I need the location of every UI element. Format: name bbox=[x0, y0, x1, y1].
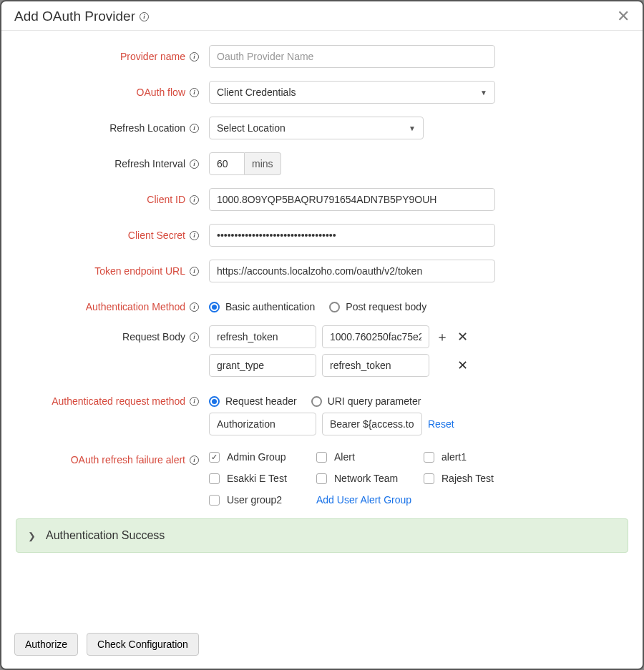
auth-method-post-radio[interactable]: Post request body bbox=[329, 301, 426, 312]
auth-request-header-label: Request header bbox=[225, 395, 297, 407]
request-body-row: ＋ ✕ bbox=[209, 354, 628, 377]
alert-group-checkbox[interactable]: User group2 bbox=[209, 494, 316, 506]
info-icon[interactable]: i bbox=[190, 231, 199, 240]
modal-footer: Authorize Check Configuration bbox=[1, 624, 643, 669]
close-icon[interactable]: ✕ bbox=[617, 9, 630, 24]
request-body-rows: ＋ ✕ ＋ ✕ bbox=[209, 325, 628, 377]
check-configuration-button[interactable]: Check Configuration bbox=[87, 633, 199, 656]
label-refresh-failure-alert: OAuth refresh failure alert bbox=[71, 454, 185, 465]
auth-method-basic-label: Basic authentication bbox=[225, 301, 315, 312]
remove-row-icon[interactable]: ✕ bbox=[455, 329, 469, 345]
alert-group-checkbox[interactable]: Alert bbox=[316, 451, 424, 463]
refresh-location-value: Select Location bbox=[217, 122, 286, 134]
add-user-alert-group-link[interactable]: Add User Alert Group bbox=[316, 494, 411, 506]
radio-icon bbox=[311, 396, 322, 407]
alert-group-label: Network Team bbox=[334, 473, 398, 484]
authentication-success-accordion[interactable]: ❯ Authentication Success bbox=[16, 518, 628, 553]
oauth-flow-select[interactable]: Client Credentials ▼ bbox=[209, 81, 495, 104]
modal-title-text: Add OAuth Provider bbox=[14, 9, 135, 24]
info-icon[interactable]: i bbox=[190, 397, 199, 406]
auth-request-header-radio[interactable]: Request header bbox=[209, 395, 297, 407]
label-client-id: Client ID bbox=[147, 194, 185, 205]
chevron-down-icon: ▼ bbox=[480, 89, 487, 97]
label-request-body: Request Body bbox=[122, 331, 185, 343]
auth-header-key-input[interactable] bbox=[209, 413, 316, 435]
provider-name-input[interactable] bbox=[209, 45, 495, 68]
request-body-key-input[interactable] bbox=[209, 325, 316, 348]
radio-checked-icon bbox=[209, 396, 220, 407]
info-icon[interactable]: i bbox=[190, 455, 199, 465]
request-body-key-input[interactable] bbox=[209, 354, 316, 377]
request-body-value-input[interactable] bbox=[322, 354, 429, 377]
alert-group-checkbox[interactable]: Admin Group bbox=[209, 451, 316, 463]
label-auth-request-method: Authenticated request method bbox=[52, 395, 185, 407]
request-body-value-input[interactable] bbox=[322, 325, 429, 348]
alert-group-label: User group2 bbox=[227, 494, 282, 506]
label-token-endpoint: Token endpoint URL bbox=[94, 265, 185, 277]
alert-group-checkbox[interactable]: alert1 bbox=[424, 451, 531, 463]
alert-group-label: alert1 bbox=[441, 451, 467, 463]
oauth-flow-value: Client Credentials bbox=[217, 87, 296, 98]
checkbox-icon bbox=[424, 473, 434, 484]
radio-icon bbox=[329, 302, 340, 312]
chevron-down-icon: ▼ bbox=[409, 124, 416, 132]
auth-method-post-label: Post request body bbox=[346, 301, 426, 312]
info-icon[interactable]: i bbox=[190, 88, 199, 97]
checkbox-icon bbox=[209, 495, 220, 506]
info-icon[interactable]: i bbox=[190, 124, 199, 133]
accordion-title: Authentication Success bbox=[46, 529, 165, 542]
token-endpoint-input[interactable] bbox=[209, 260, 495, 282]
refresh-interval-unit: mins bbox=[245, 152, 281, 175]
alert-group-checkbox[interactable]: Rajesh Test bbox=[424, 473, 531, 484]
alert-group-grid: Admin Group Alert alert1 Esakki E Test bbox=[209, 448, 628, 506]
alert-group-checkbox[interactable]: Esakki E Test bbox=[209, 473, 316, 484]
label-refresh-location: Refresh Location bbox=[109, 122, 185, 134]
auth-method-basic-radio[interactable]: Basic authentication bbox=[209, 301, 315, 312]
info-icon[interactable]: i bbox=[190, 332, 199, 342]
label-client-secret: Client Secret bbox=[128, 230, 185, 241]
checkbox-icon bbox=[316, 473, 327, 484]
info-icon[interactable]: i bbox=[190, 159, 199, 169]
label-provider-name: Provider name bbox=[120, 51, 185, 62]
checkbox-icon bbox=[209, 473, 220, 484]
request-body-row: ＋ ✕ bbox=[209, 325, 628, 348]
label-refresh-interval: Refresh Interval bbox=[114, 158, 185, 169]
chevron-right-icon: ❯ bbox=[28, 531, 36, 541]
info-icon[interactable]: i bbox=[140, 12, 149, 21]
alert-group-checkbox[interactable]: Network Team bbox=[316, 473, 424, 484]
info-icon[interactable]: i bbox=[190, 52, 199, 61]
info-icon[interactable]: i bbox=[190, 195, 199, 205]
label-auth-method: Authentication Method bbox=[86, 301, 185, 312]
add-row-icon[interactable]: ＋ bbox=[435, 328, 449, 345]
checkbox-checked-icon bbox=[209, 452, 220, 463]
client-secret-input[interactable] bbox=[209, 224, 495, 247]
auth-header-value-input[interactable] bbox=[322, 413, 422, 435]
alert-group-label: Admin Group bbox=[227, 451, 286, 463]
remove-row-icon[interactable]: ✕ bbox=[455, 358, 469, 373]
refresh-interval-input[interactable] bbox=[209, 152, 245, 175]
info-icon[interactable]: i bbox=[190, 302, 199, 312]
checkbox-icon bbox=[424, 452, 434, 463]
radio-checked-icon bbox=[209, 302, 220, 312]
add-oauth-provider-modal: Add OAuth Provider i ✕ Provider name i O… bbox=[0, 0, 644, 670]
checkbox-icon bbox=[316, 452, 327, 463]
alert-group-label: Esakki E Test bbox=[227, 473, 287, 484]
info-icon[interactable]: i bbox=[190, 267, 199, 276]
alert-group-label: Rajesh Test bbox=[441, 473, 494, 484]
alert-group-label: Alert bbox=[334, 451, 355, 463]
client-id-input[interactable] bbox=[209, 188, 495, 211]
modal-header: Add OAuth Provider i ✕ bbox=[1, 1, 643, 31]
auth-request-query-radio[interactable]: URI query parameter bbox=[311, 395, 421, 407]
modal-body: Provider name i OAuth flow i Client Cred… bbox=[1, 31, 643, 624]
label-oauth-flow: OAuth flow bbox=[137, 87, 185, 98]
modal-title: Add OAuth Provider i bbox=[14, 9, 149, 24]
reset-link[interactable]: Reset bbox=[428, 418, 454, 430]
refresh-location-select[interactable]: Select Location ▼ bbox=[209, 117, 424, 139]
authorize-button[interactable]: Authorize bbox=[14, 633, 78, 656]
auth-request-query-label: URI query parameter bbox=[328, 395, 421, 407]
